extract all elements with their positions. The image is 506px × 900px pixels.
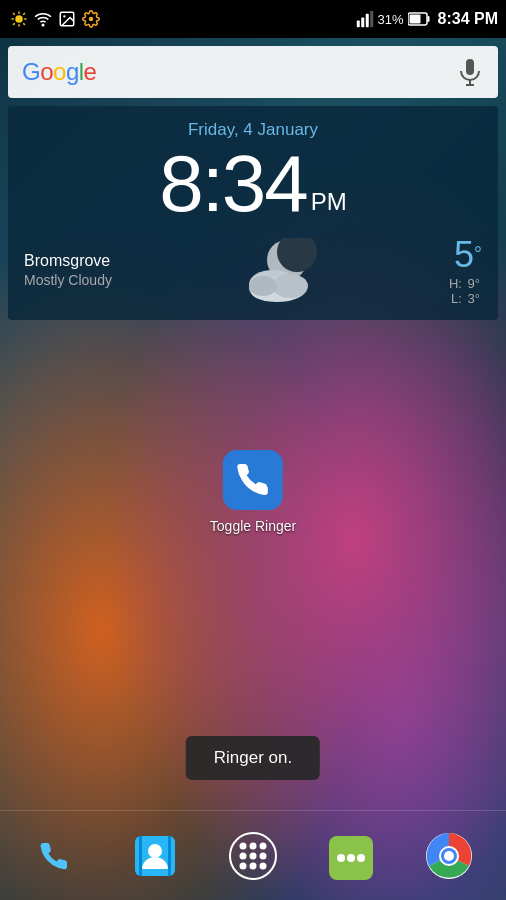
svg-line-8	[13, 23, 15, 25]
svg-point-11	[63, 15, 65, 17]
svg-point-28	[272, 274, 308, 298]
svg-line-7	[23, 13, 25, 15]
image-icon	[58, 10, 76, 28]
dock	[0, 810, 506, 900]
battery-percent: 31%	[378, 12, 404, 27]
signal-icon	[356, 10, 374, 28]
svg-point-43	[250, 862, 257, 869]
weather-location-section: Bromsgrove Mostly Cloudy	[24, 252, 112, 288]
svg-point-30	[32, 831, 82, 881]
toggle-ringer-label: Toggle Ringer	[210, 518, 296, 534]
search-bar[interactable]: Google	[8, 46, 498, 98]
toggle-ringer-widget[interactable]: Toggle Ringer	[210, 450, 296, 534]
wifi-icon	[34, 10, 52, 28]
svg-rect-32	[139, 836, 142, 876]
weather-condition: Mostly Cloudy	[24, 272, 112, 288]
svg-rect-33	[168, 836, 171, 876]
toggle-ringer-icon[interactable]	[223, 450, 283, 510]
weather-time-row: 8:34 PM	[24, 144, 482, 224]
weather-low-label: L:	[451, 291, 462, 306]
battery-icon	[408, 12, 430, 26]
svg-rect-19	[466, 59, 474, 75]
weather-temp-section: 5° H: 9° L: 3°	[449, 234, 482, 306]
svg-point-44	[260, 862, 267, 869]
status-icons-left	[10, 10, 100, 28]
svg-point-34	[148, 844, 162, 858]
svg-rect-15	[370, 11, 373, 28]
svg-rect-14	[365, 14, 368, 28]
weather-icon	[235, 238, 325, 303]
svg-point-40	[250, 852, 257, 859]
weather-ampm: PM	[311, 188, 347, 216]
weather-location: Bromsgrove	[24, 252, 112, 270]
weather-temp-display: 5°	[449, 234, 482, 276]
weather-high: H: 9°	[449, 276, 482, 291]
weather-temp-unit: °	[474, 243, 482, 265]
weather-high-value: 9°	[468, 276, 480, 291]
svg-rect-13	[361, 18, 364, 28]
svg-point-41	[260, 852, 267, 859]
dock-contacts[interactable]	[125, 826, 185, 886]
gear-icon	[82, 10, 100, 28]
svg-point-39	[240, 852, 247, 859]
svg-point-52	[444, 851, 454, 861]
dock-messages[interactable]	[321, 826, 381, 886]
svg-rect-12	[356, 21, 359, 28]
svg-rect-18	[409, 15, 420, 24]
svg-point-38	[260, 842, 267, 849]
ringer-toast: Ringer on.	[186, 736, 320, 780]
status-time: 8:34 PM	[438, 10, 498, 28]
weather-widget: Friday, 4 January 8:34 PM Bromsgrove Mos…	[8, 106, 498, 320]
svg-point-46	[337, 854, 345, 862]
svg-point-48	[357, 854, 365, 862]
dock-phone[interactable]	[27, 826, 87, 886]
mic-icon[interactable]	[456, 58, 484, 86]
sun-icon	[10, 10, 28, 28]
weather-temp: 5	[454, 234, 474, 275]
svg-point-37	[250, 842, 257, 849]
weather-high-label: H:	[449, 276, 462, 291]
google-logo: Google	[22, 58, 96, 86]
status-icons-right: 31% 8:34 PM	[356, 10, 499, 28]
svg-rect-17	[427, 16, 429, 22]
svg-point-36	[240, 842, 247, 849]
phone-icon	[235, 462, 271, 498]
weather-low: L: 3°	[449, 291, 482, 306]
weather-bottom: Bromsgrove Mostly Cloudy 5°	[24, 234, 482, 306]
status-bar: 31% 8:34 PM	[0, 0, 506, 38]
svg-point-42	[240, 862, 247, 869]
svg-line-5	[13, 13, 15, 15]
svg-line-6	[23, 23, 25, 25]
svg-point-9	[42, 24, 44, 26]
weather-date: Friday, 4 January	[24, 120, 482, 140]
dock-chrome[interactable]	[419, 826, 479, 886]
svg-point-29	[249, 276, 277, 296]
weather-low-value: 3°	[468, 291, 480, 306]
dock-apps[interactable]	[223, 826, 283, 886]
toast-message: Ringer on.	[214, 748, 292, 767]
weather-time: 8:34	[159, 144, 307, 224]
svg-point-0	[15, 15, 23, 23]
svg-point-47	[347, 854, 355, 862]
